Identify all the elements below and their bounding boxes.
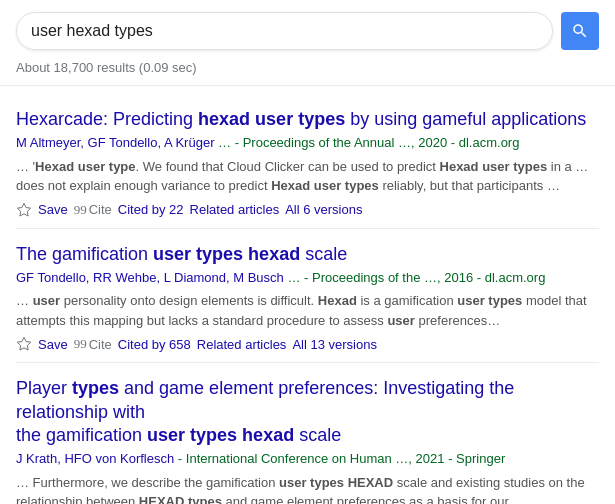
search-bar-area xyxy=(0,0,615,58)
result-snippet: … user personality onto design elements … xyxy=(16,291,599,330)
result-meta: GF Tondello, RR Wehbe, L Diamond, M Busc… xyxy=(16,269,599,287)
result-authors[interactable]: GF Tondello, RR Wehbe, L Diamond, M Busc… xyxy=(16,270,284,285)
result-item: The gamification user types hexad scale … xyxy=(16,229,599,364)
search-icon xyxy=(571,22,589,40)
search-input[interactable] xyxy=(31,22,538,40)
search-button[interactable] xyxy=(561,12,599,50)
save-link[interactable]: Save xyxy=(38,202,68,217)
star-icon xyxy=(16,336,32,352)
cite-button[interactable]: 99 Cite xyxy=(74,202,112,218)
result-title[interactable]: Player types and game element preference… xyxy=(16,377,599,447)
star-icon xyxy=(16,202,32,218)
result-meta: M Altmeyer, GF Tondello, A Krüger … - Pr… xyxy=(16,134,599,152)
result-authors[interactable]: M Altmeyer, GF Tondello, A Krüger xyxy=(16,135,214,150)
save-star-icon[interactable] xyxy=(16,336,32,352)
svg-marker-0 xyxy=(17,203,30,216)
cite-icon: 99 xyxy=(74,202,87,218)
related-articles-link[interactable]: Related articles xyxy=(197,337,287,352)
result-item: Hexarcade: Predicting hexad user types b… xyxy=(16,94,599,229)
cited-by-link[interactable]: Cited by 22 xyxy=(118,202,184,217)
result-item: Player types and game element preference… xyxy=(16,363,599,504)
cite-icon: 99 xyxy=(74,336,87,352)
save-link[interactable]: Save xyxy=(38,337,68,352)
result-snippet: … 'Hexad user type. We found that Cloud … xyxy=(16,157,599,196)
result-title[interactable]: The gamification user types hexad scale xyxy=(16,243,599,266)
search-bar xyxy=(16,12,553,50)
result-authors[interactable]: J Krath, HFO von Korflesch xyxy=(16,451,174,466)
cite-button[interactable]: 99 Cite xyxy=(74,336,112,352)
save-star-icon[interactable] xyxy=(16,202,32,218)
result-actions: Save 99 Cite Cited by 658 Related articl… xyxy=(16,336,599,352)
all-versions-link[interactable]: All 6 versions xyxy=(285,202,362,217)
svg-marker-1 xyxy=(17,337,30,350)
result-snippet: … Furthermore, we describe the gamificat… xyxy=(16,473,599,504)
related-articles-link[interactable]: Related articles xyxy=(190,202,280,217)
all-versions-link[interactable]: All 13 versions xyxy=(292,337,377,352)
result-meta: J Krath, HFO von Korflesch - Internation… xyxy=(16,450,599,468)
results-info: About 18,700 results (0.09 sec) xyxy=(0,58,615,85)
result-actions: Save 99 Cite Cited by 22 Related article… xyxy=(16,202,599,218)
cited-by-link[interactable]: Cited by 658 xyxy=(118,337,191,352)
top-divider xyxy=(0,85,615,86)
result-title[interactable]: Hexarcade: Predicting hexad user types b… xyxy=(16,108,599,131)
results-container: Hexarcade: Predicting hexad user types b… xyxy=(0,94,615,504)
